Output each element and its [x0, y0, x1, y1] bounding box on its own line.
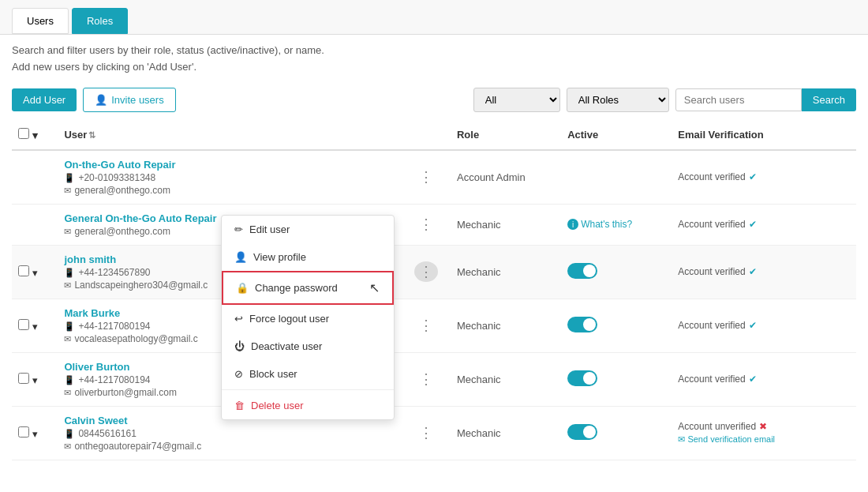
- tabs-container: Users Roles: [0, 0, 868, 35]
- menu-item-edit-user[interactable]: ✏ Edit user: [222, 216, 394, 243]
- row-checkbox-cell: ▾: [12, 352, 58, 406]
- role-label: Mechanic: [457, 266, 501, 278]
- row-email-verify-cell: Account verified ✔: [672, 299, 856, 352]
- cross-icon: ✖: [759, 421, 767, 432]
- row-email-verify-cell: Account verified ✔: [672, 204, 856, 245]
- user-email: general@onthego.com: [64, 185, 402, 196]
- role-label: Mechanic: [457, 219, 501, 231]
- tab-roles[interactable]: Roles: [72, 8, 128, 34]
- row-menu-cell: ⋮: [408, 352, 451, 406]
- active-toggle[interactable]: [567, 317, 597, 332]
- menu-item-force-logout[interactable]: ↩ Force logout user: [222, 305, 394, 332]
- menu-item-view-profile[interactable]: 👤 View profile: [222, 243, 394, 271]
- row-role-cell: Mechanic: [451, 299, 561, 352]
- row-role-cell: Mechanic: [451, 406, 561, 460]
- menu-item-change-password[interactable]: 🔒 Change password ↖: [222, 271, 394, 305]
- add-user-button[interactable]: Add User: [12, 88, 77, 111]
- check-icon: ✔: [749, 374, 757, 385]
- roles-filter-select[interactable]: All Roles Account Admin Mechanic: [567, 88, 669, 112]
- sort-icon[interactable]: ⇅: [88, 130, 95, 140]
- row-checkbox[interactable]: [18, 373, 29, 384]
- table-row: On-the-Go Auto Repair +20-01093381348 ge…: [12, 150, 856, 205]
- verification-status: Account verified ✔: [678, 266, 850, 277]
- header-user-col: User⇅: [58, 120, 408, 150]
- row-chevron-icon[interactable]: ▾: [32, 321, 38, 332]
- row-chevron-icon[interactable]: ▾: [32, 428, 38, 440]
- row-active-cell: [561, 406, 672, 460]
- row-chevron-icon[interactable]: ▾: [32, 374, 38, 386]
- row-role-cell: Mechanic: [451, 245, 561, 299]
- user-phone: +20-01093381348: [64, 172, 402, 183]
- block-icon: ⊘: [234, 368, 243, 380]
- row-role-cell: Account Admin: [451, 150, 561, 205]
- header-email-verify-col: Email Verification: [672, 120, 856, 150]
- description: Search and filter users by their role, s…: [0, 35, 868, 80]
- active-toggle[interactable]: [567, 370, 597, 386]
- check-icon: ✔: [749, 219, 757, 230]
- user-phone: 08445616161: [64, 428, 402, 439]
- row-active-cell: [561, 150, 672, 205]
- row-menu-button[interactable]: ⋮: [414, 214, 438, 235]
- trash-icon: 🗑: [234, 400, 245, 411]
- menu-item-delete-user[interactable]: 🗑 Delete user: [222, 392, 394, 419]
- header-checkbox-col: ▾: [12, 120, 58, 150]
- row-menu-cell: ⋮: [408, 245, 451, 299]
- search-input[interactable]: [675, 88, 802, 111]
- select-all-checkbox[interactable]: [18, 128, 29, 139]
- row-email-verify-cell: Account unverified ✖ ✉ Send verification…: [672, 406, 856, 460]
- users-table-wrapper: ▾ User⇅ Role Active Email Verification O…: [0, 120, 868, 460]
- row-chevron-icon[interactable]: ▾: [32, 267, 38, 279]
- menu-item-deactivate-user[interactable]: ⏻ Deactivate user: [222, 332, 394, 360]
- menu-item-label: Force logout user: [249, 313, 329, 325]
- tab-users[interactable]: Users: [12, 8, 69, 34]
- whats-this-link[interactable]: i What's this?: [567, 219, 665, 230]
- lock-icon: 🔒: [236, 282, 249, 294]
- header-active-col: Active: [561, 120, 672, 150]
- active-toggle[interactable]: [567, 263, 597, 279]
- context-menu: ✏ Edit user 👤 View profile 🔒 Change pass…: [221, 215, 395, 420]
- status-filter-select[interactable]: All Active Inactive: [473, 88, 560, 112]
- verification-status: Account unverified ✖: [678, 421, 850, 432]
- header-role-col: Role: [451, 120, 561, 150]
- user-name[interactable]: On-the-Go Auto Repair: [64, 159, 402, 171]
- menu-item-label: Edit user: [249, 223, 290, 235]
- row-user-cell: On-the-Go Auto Repair +20-01093381348 ge…: [58, 150, 408, 205]
- row-active-cell: i What's this?: [561, 204, 672, 245]
- active-toggle[interactable]: [567, 424, 597, 440]
- desc-line-1: Search and filter users by their role, s…: [12, 43, 856, 59]
- person-icon: 👤: [95, 94, 107, 106]
- menu-item-label: View profile: [253, 251, 306, 263]
- invite-users-button[interactable]: 👤 Invite users: [83, 88, 175, 112]
- row-active-cell: [561, 352, 672, 406]
- row-checkbox-cell: ▾: [12, 406, 58, 460]
- menu-item-block-user[interactable]: ⊘ Block user: [222, 360, 394, 388]
- verification-status: Account verified ✔: [678, 320, 850, 331]
- row-menu-button[interactable]: ⋮: [414, 261, 438, 282]
- row-menu-button[interactable]: ⋮: [414, 315, 438, 336]
- row-email-verify-cell: Account verified ✔: [672, 245, 856, 299]
- table-row: ▾ Oliver Burton +44-1217080194 oliverbur…: [12, 352, 856, 406]
- toolbar: Add User 👤 Invite users All Active Inact…: [0, 80, 868, 120]
- search-button[interactable]: Search: [802, 88, 856, 111]
- check-icon: ✔: [749, 320, 757, 331]
- header-actions-col: [408, 120, 451, 150]
- row-active-cell: [561, 245, 672, 299]
- row-checkbox-cell: ▾: [12, 245, 58, 299]
- row-checkbox[interactable]: [18, 265, 29, 276]
- role-label: Account Admin: [457, 171, 526, 183]
- row-menu-cell: ⋮: [408, 204, 451, 245]
- row-menu-button[interactable]: ⋮: [414, 369, 438, 389]
- row-menu-button[interactable]: ⋮: [414, 423, 438, 443]
- users-table: ▾ User⇅ Role Active Email Verification O…: [12, 120, 856, 460]
- chevron-down-icon[interactable]: ▾: [32, 130, 38, 141]
- row-menu-button[interactable]: ⋮: [414, 167, 438, 187]
- row-active-cell: [561, 299, 672, 352]
- table-row: ▾ Calvin Sweet 08445616161 onthegoautore…: [12, 406, 856, 460]
- send-verify-link[interactable]: ✉ Send verification email: [678, 434, 850, 445]
- cursor-indicator: ↖: [369, 280, 380, 295]
- row-checkbox[interactable]: [18, 319, 29, 330]
- table-row: ▾ Mark Burke +44-1217080194 vocaleasepat…: [12, 299, 856, 352]
- row-checkbox[interactable]: [18, 426, 29, 438]
- role-label: Mechanic: [457, 320, 501, 332]
- menu-item-label: Deactivate user: [251, 340, 322, 352]
